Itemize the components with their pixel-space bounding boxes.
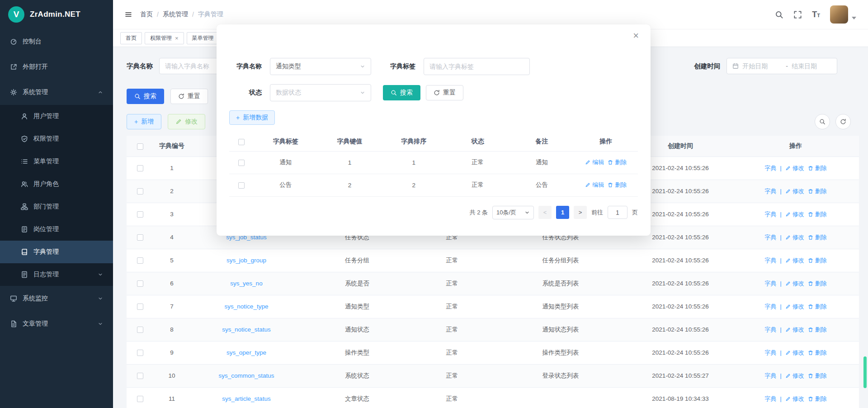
tab-permission-management[interactable]: 权限管理 × xyxy=(145,32,184,44)
delete-link[interactable]: 删除 xyxy=(808,372,827,380)
edit-button[interactable]: 修改 xyxy=(168,114,205,129)
sidebar-toggle-icon[interactable] xyxy=(125,11,132,18)
delete-link[interactable]: 删除 xyxy=(808,256,827,265)
sidebar-item-permission-management[interactable]: 权限管理 xyxy=(0,128,113,150)
close-tab-icon[interactable]: × xyxy=(175,35,179,41)
sidebar-item-external-open[interactable]: 外部打开 xyxy=(0,54,113,80)
sidebar-item-console[interactable]: 控制台 xyxy=(0,29,113,54)
dict-type-link[interactable]: sys_article_status xyxy=(222,395,270,402)
breadcrumb-system[interactable]: 系统管理 xyxy=(163,10,188,19)
sidebar-item-menu-management[interactable]: 菜单管理 xyxy=(0,150,113,173)
sidebar-item-department-management[interactable]: 部门管理 xyxy=(0,195,113,218)
dict-data-link[interactable]: 字典 xyxy=(764,372,776,380)
sidebar-item-post-management[interactable]: 岗位管理 xyxy=(0,218,113,241)
user-menu[interactable] xyxy=(830,5,856,24)
dict-type-link[interactable]: sys_yes_no xyxy=(230,280,262,287)
delete-link[interactable]: 删除 xyxy=(808,395,827,403)
sidebar-item-log-management[interactable]: 日志管理 xyxy=(0,263,113,286)
delete-link[interactable]: 删除 xyxy=(608,158,627,166)
status-select[interactable]: 数据状态 xyxy=(270,84,371,101)
page-number-button[interactable]: 1 xyxy=(556,206,569,219)
delete-link[interactable]: 删除 xyxy=(808,326,827,334)
delete-link[interactable]: 删除 xyxy=(808,349,827,357)
prev-page-button[interactable]: < xyxy=(538,206,552,219)
edit-link[interactable]: 编辑 xyxy=(585,181,604,189)
delete-link[interactable]: 删除 xyxy=(808,210,827,218)
delete-link[interactable]: 删除 xyxy=(808,233,827,242)
dict-data-link[interactable]: 字典 xyxy=(764,280,776,288)
row-checkbox[interactable] xyxy=(137,257,143,264)
select-all-checkbox[interactable] xyxy=(238,139,245,145)
sidebar-item-system-management[interactable]: 系统管理 xyxy=(0,80,113,105)
sidebar-item-article-management[interactable]: 文章管理 xyxy=(0,311,113,337)
row-checkbox[interactable] xyxy=(137,165,143,171)
refresh-button[interactable] xyxy=(835,114,851,129)
row-checkbox[interactable] xyxy=(137,350,143,356)
row-checkbox[interactable] xyxy=(137,373,143,379)
row-checkbox[interactable] xyxy=(137,327,143,333)
start-date-input[interactable] xyxy=(742,62,782,70)
search-icon[interactable] xyxy=(775,10,783,19)
dict-data-link[interactable]: 字典 xyxy=(764,326,776,334)
add-data-button[interactable]: +新增数据 xyxy=(229,110,275,125)
reset-button[interactable]: 重置 xyxy=(170,89,208,104)
dict-name-select[interactable]: 通知类型 xyxy=(270,58,371,75)
dict-data-link[interactable]: 字典 xyxy=(764,233,776,242)
select-all-checkbox[interactable] xyxy=(137,143,143,150)
dialog-search-button[interactable]: 搜索 xyxy=(383,85,420,100)
sidebar-item-user-role[interactable]: 用户角色 xyxy=(0,173,113,195)
edit-link[interactable]: 编辑 xyxy=(585,158,604,166)
tab-home[interactable]: 首页 xyxy=(120,32,142,44)
dialog-reset-button[interactable]: 重置 xyxy=(426,85,463,100)
edit-link[interactable]: 修改 xyxy=(785,349,804,357)
toggle-search-button[interactable] xyxy=(815,114,830,129)
row-checkbox[interactable] xyxy=(137,234,143,241)
delete-link[interactable]: 删除 xyxy=(808,303,827,311)
add-button[interactable]: +新增 xyxy=(127,114,161,129)
edit-link[interactable]: 修改 xyxy=(785,303,804,311)
dict-data-link[interactable]: 字典 xyxy=(764,164,776,172)
row-checkbox[interactable] xyxy=(137,211,143,218)
row-checkbox[interactable] xyxy=(137,280,143,287)
dict-type-link[interactable]: sys_common_status xyxy=(218,372,274,379)
edit-link[interactable]: 修改 xyxy=(785,326,804,334)
sidebar-item-system-monitor[interactable]: 系统监控 xyxy=(0,286,113,311)
edit-link[interactable]: 修改 xyxy=(785,280,804,288)
row-checkbox[interactable] xyxy=(238,160,245,166)
sidebar-item-user-management[interactable]: 用户管理 xyxy=(0,105,113,128)
next-page-button[interactable]: > xyxy=(574,206,587,219)
goto-page-input[interactable] xyxy=(608,206,627,219)
row-checkbox[interactable] xyxy=(137,188,143,195)
dict-data-link[interactable]: 字典 xyxy=(764,210,776,218)
row-checkbox[interactable] xyxy=(137,304,143,310)
row-checkbox[interactable] xyxy=(137,396,143,402)
delete-link[interactable]: 删除 xyxy=(808,187,827,195)
dict-data-link[interactable]: 字典 xyxy=(764,256,776,265)
font-size-icon[interactable]: TT xyxy=(812,10,820,19)
dict-type-link[interactable]: sys_job_group xyxy=(226,257,266,264)
end-date-input[interactable] xyxy=(792,62,831,70)
row-checkbox[interactable] xyxy=(238,182,245,189)
dict-data-link[interactable]: 字典 xyxy=(764,395,776,403)
breadcrumb-home[interactable]: 首页 xyxy=(140,10,153,19)
dict-data-link[interactable]: 字典 xyxy=(764,303,776,311)
delete-link[interactable]: 删除 xyxy=(808,280,827,288)
dict-data-link[interactable]: 字典 xyxy=(764,349,776,357)
edit-link[interactable]: 修改 xyxy=(785,187,804,195)
page-size-select[interactable]: 10条/页 xyxy=(492,206,534,219)
app-logo[interactable]: V ZrAdmin.NET xyxy=(0,0,113,29)
delete-link[interactable]: 删除 xyxy=(608,181,627,189)
delete-link[interactable]: 删除 xyxy=(808,164,827,172)
avatar[interactable] xyxy=(830,5,848,24)
search-button[interactable]: 搜索 xyxy=(127,89,164,104)
dict-label-input[interactable] xyxy=(424,58,530,75)
edit-link[interactable]: 修改 xyxy=(785,210,804,218)
edit-link[interactable]: 修改 xyxy=(785,233,804,242)
dict-type-link[interactable]: sys_notice_status xyxy=(222,326,270,333)
edit-link[interactable]: 修改 xyxy=(785,256,804,265)
edit-link[interactable]: 修改 xyxy=(785,395,804,403)
dict-data-link[interactable]: 字典 xyxy=(764,187,776,195)
dict-type-link[interactable]: sys_notice_type xyxy=(225,303,269,310)
fullscreen-icon[interactable] xyxy=(793,10,802,19)
edit-link[interactable]: 修改 xyxy=(785,372,804,380)
